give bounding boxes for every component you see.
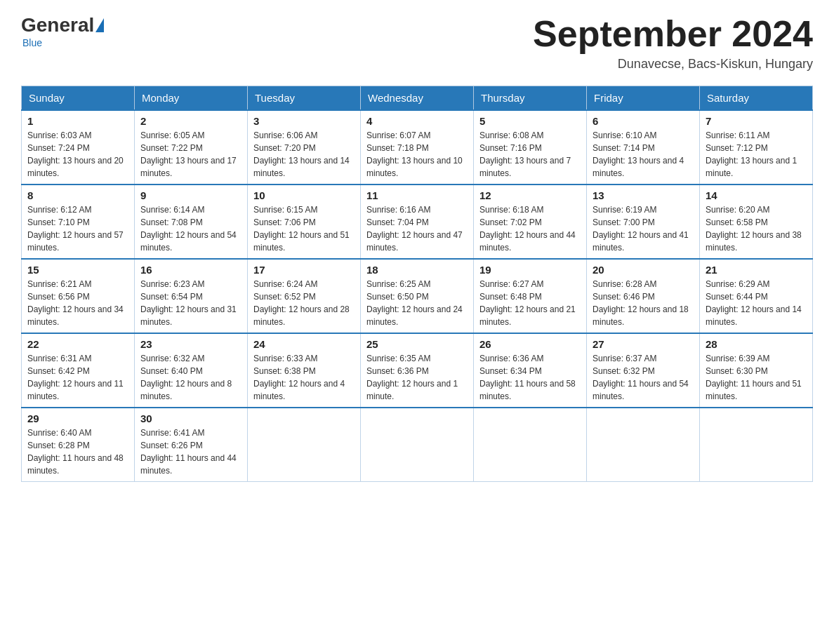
day-number: 8: [27, 189, 128, 201]
calendar-day-cell: 24Sunrise: 6:33 AM Sunset: 6:38 PM Dayli…: [248, 333, 361, 408]
calendar-day-cell: [361, 408, 474, 482]
day-info: Sunrise: 6:25 AM Sunset: 6:50 PM Dayligh…: [366, 278, 468, 328]
calendar-day-cell: 16Sunrise: 6:23 AM Sunset: 6:54 PM Dayli…: [135, 259, 248, 333]
calendar-day-cell: [248, 408, 361, 482]
calendar-header-monday: Monday: [135, 86, 248, 111]
day-number: 18: [366, 264, 468, 276]
day-number: 1: [27, 115, 128, 127]
calendar-day-cell: 13Sunrise: 6:19 AM Sunset: 7:00 PM Dayli…: [587, 185, 700, 259]
day-number: 28: [706, 338, 807, 350]
logo-triangle-icon: [95, 18, 104, 32]
calendar-day-cell: 7Sunrise: 6:11 AM Sunset: 7:12 PM Daylig…: [700, 110, 813, 185]
day-info: Sunrise: 6:07 AM Sunset: 7:18 PM Dayligh…: [366, 129, 468, 180]
day-info: Sunrise: 6:40 AM Sunset: 6:28 PM Dayligh…: [27, 427, 128, 477]
calendar-day-cell: 4Sunrise: 6:07 AM Sunset: 7:18 PM Daylig…: [361, 110, 474, 185]
day-number: 6: [593, 115, 694, 127]
calendar-day-cell: 12Sunrise: 6:18 AM Sunset: 7:02 PM Dayli…: [474, 185, 587, 259]
day-number: 21: [706, 264, 807, 276]
calendar-day-cell: 29Sunrise: 6:40 AM Sunset: 6:28 PM Dayli…: [22, 408, 135, 482]
day-number: 12: [479, 189, 581, 201]
day-number: 15: [27, 264, 128, 276]
day-number: 2: [140, 115, 241, 127]
day-info: Sunrise: 6:36 AM Sunset: 6:34 PM Dayligh…: [479, 352, 581, 403]
calendar-header-row: SundayMondayTuesdayWednesdayThursdayFrid…: [22, 86, 813, 111]
calendar-week-row: 8Sunrise: 6:12 AM Sunset: 7:10 PM Daylig…: [22, 185, 813, 259]
day-number: 24: [253, 338, 355, 350]
day-info: Sunrise: 6:03 AM Sunset: 7:24 PM Dayligh…: [27, 129, 128, 180]
day-number: 3: [253, 115, 355, 127]
calendar-day-cell: 10Sunrise: 6:15 AM Sunset: 7:06 PM Dayli…: [248, 185, 361, 259]
calendar-day-cell: [587, 408, 700, 482]
day-info: Sunrise: 6:31 AM Sunset: 6:42 PM Dayligh…: [27, 352, 128, 403]
calendar-header-sunday: Sunday: [22, 86, 135, 111]
day-number: 30: [140, 412, 241, 424]
calendar-day-cell: 28Sunrise: 6:39 AM Sunset: 6:30 PM Dayli…: [700, 333, 813, 408]
location-text: Dunavecse, Bacs-Kiskun, Hungary: [533, 57, 813, 72]
calendar-header-tuesday: Tuesday: [248, 86, 361, 111]
day-number: 19: [479, 264, 581, 276]
day-number: 13: [593, 189, 694, 201]
day-info: Sunrise: 6:10 AM Sunset: 7:14 PM Dayligh…: [593, 129, 694, 180]
day-number: 23: [140, 338, 241, 350]
calendar-day-cell: 23Sunrise: 6:32 AM Sunset: 6:40 PM Dayli…: [135, 333, 248, 408]
logo-general-text: General: [21, 14, 94, 36]
title-section: September 2024 Dunavecse, Bacs-Kiskun, H…: [533, 14, 813, 72]
day-info: Sunrise: 6:24 AM Sunset: 6:52 PM Dayligh…: [253, 278, 355, 328]
day-number: 4: [366, 115, 468, 127]
day-info: Sunrise: 6:32 AM Sunset: 6:40 PM Dayligh…: [140, 352, 241, 403]
calendar-header-wednesday: Wednesday: [361, 86, 474, 111]
day-number: 17: [253, 264, 355, 276]
calendar-day-cell: 22Sunrise: 6:31 AM Sunset: 6:42 PM Dayli…: [22, 333, 135, 408]
calendar-day-cell: 6Sunrise: 6:10 AM Sunset: 7:14 PM Daylig…: [587, 110, 700, 185]
day-info: Sunrise: 6:18 AM Sunset: 7:02 PM Dayligh…: [479, 203, 581, 254]
day-info: Sunrise: 6:05 AM Sunset: 7:22 PM Dayligh…: [140, 129, 241, 180]
calendar-day-cell: 30Sunrise: 6:41 AM Sunset: 6:26 PM Dayli…: [135, 408, 248, 482]
day-number: 26: [479, 338, 581, 350]
day-info: Sunrise: 6:21 AM Sunset: 6:56 PM Dayligh…: [27, 278, 128, 328]
day-info: Sunrise: 6:19 AM Sunset: 7:00 PM Dayligh…: [593, 203, 694, 254]
day-info: Sunrise: 6:33 AM Sunset: 6:38 PM Dayligh…: [253, 352, 355, 403]
calendar-day-cell: 11Sunrise: 6:16 AM Sunset: 7:04 PM Dayli…: [361, 185, 474, 259]
calendar-day-cell: [474, 408, 587, 482]
day-info: Sunrise: 6:37 AM Sunset: 6:32 PM Dayligh…: [593, 352, 694, 403]
calendar-day-cell: 3Sunrise: 6:06 AM Sunset: 7:20 PM Daylig…: [248, 110, 361, 185]
day-number: 22: [27, 338, 128, 350]
day-number: 25: [366, 338, 468, 350]
day-info: Sunrise: 6:11 AM Sunset: 7:12 PM Dayligh…: [706, 129, 807, 180]
calendar-week-row: 29Sunrise: 6:40 AM Sunset: 6:28 PM Dayli…: [22, 408, 813, 482]
calendar-week-row: 22Sunrise: 6:31 AM Sunset: 6:42 PM Dayli…: [22, 333, 813, 408]
calendar-week-row: 1Sunrise: 6:03 AM Sunset: 7:24 PM Daylig…: [22, 110, 813, 185]
day-info: Sunrise: 6:08 AM Sunset: 7:16 PM Dayligh…: [479, 129, 581, 180]
calendar-day-cell: 25Sunrise: 6:35 AM Sunset: 6:36 PM Dayli…: [361, 333, 474, 408]
day-number: 29: [27, 412, 128, 424]
calendar-day-cell: 14Sunrise: 6:20 AM Sunset: 6:58 PM Dayli…: [700, 185, 813, 259]
day-number: 7: [706, 115, 807, 127]
day-number: 9: [140, 189, 241, 201]
calendar-day-cell: 19Sunrise: 6:27 AM Sunset: 6:48 PM Dayli…: [474, 259, 587, 333]
logo: General Blue: [21, 14, 104, 49]
calendar-header-friday: Friday: [587, 86, 700, 111]
calendar-day-cell: 17Sunrise: 6:24 AM Sunset: 6:52 PM Dayli…: [248, 259, 361, 333]
calendar-day-cell: 21Sunrise: 6:29 AM Sunset: 6:44 PM Dayli…: [700, 259, 813, 333]
calendar-day-cell: 26Sunrise: 6:36 AM Sunset: 6:34 PM Dayli…: [474, 333, 587, 408]
day-info: Sunrise: 6:23 AM Sunset: 6:54 PM Dayligh…: [140, 278, 241, 328]
day-info: Sunrise: 6:06 AM Sunset: 7:20 PM Dayligh…: [253, 129, 355, 180]
day-number: 11: [366, 189, 468, 201]
day-number: 27: [593, 338, 694, 350]
day-number: 16: [140, 264, 241, 276]
page-header: General Blue September 2024 Dunavecse, B…: [21, 14, 813, 72]
calendar-day-cell: 1Sunrise: 6:03 AM Sunset: 7:24 PM Daylig…: [22, 110, 135, 185]
day-info: Sunrise: 6:29 AM Sunset: 6:44 PM Dayligh…: [706, 278, 807, 328]
calendar-header-saturday: Saturday: [700, 86, 813, 111]
day-info: Sunrise: 6:20 AM Sunset: 6:58 PM Dayligh…: [706, 203, 807, 254]
calendar-week-row: 15Sunrise: 6:21 AM Sunset: 6:56 PM Dayli…: [22, 259, 813, 333]
day-info: Sunrise: 6:16 AM Sunset: 7:04 PM Dayligh…: [366, 203, 468, 254]
day-info: Sunrise: 6:41 AM Sunset: 6:26 PM Dayligh…: [140, 427, 241, 477]
day-info: Sunrise: 6:12 AM Sunset: 7:10 PM Dayligh…: [27, 203, 128, 254]
month-title: September 2024: [533, 14, 813, 54]
day-info: Sunrise: 6:35 AM Sunset: 6:36 PM Dayligh…: [366, 352, 468, 403]
day-info: Sunrise: 6:27 AM Sunset: 6:48 PM Dayligh…: [479, 278, 581, 328]
calendar-day-cell: [700, 408, 813, 482]
day-info: Sunrise: 6:28 AM Sunset: 6:46 PM Dayligh…: [593, 278, 694, 328]
calendar-day-cell: 20Sunrise: 6:28 AM Sunset: 6:46 PM Dayli…: [587, 259, 700, 333]
